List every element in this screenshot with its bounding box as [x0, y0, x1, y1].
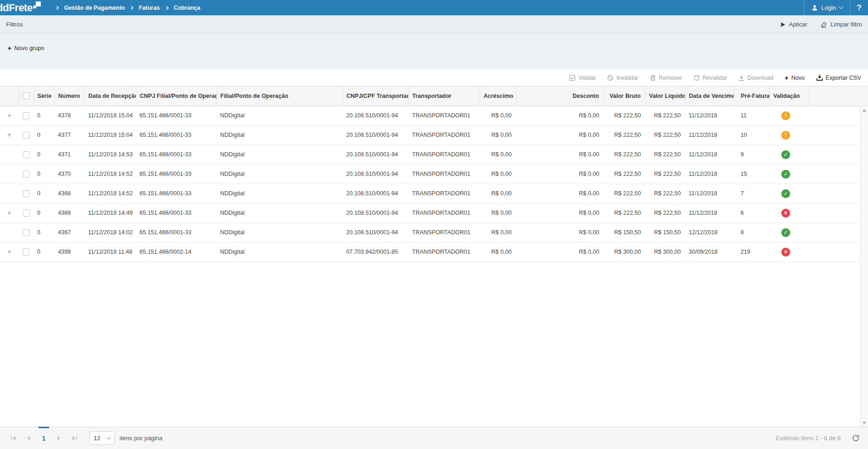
invoices-grid: Série Número Data de Recepção↓ CNPJ Fili… — [0, 86, 868, 427]
row-checkbox[interactable] — [23, 190, 30, 197]
page-size-select[interactable]: 12 — [89, 431, 114, 445]
scroll-up-icon[interactable] — [862, 109, 866, 112]
expand-row-button[interactable]: + — [7, 132, 11, 138]
cell-transportador: TRANSPORTADOR01 — [408, 125, 480, 145]
invalidate-button[interactable]: Invalidar — [607, 75, 638, 81]
cell-valor-bruto: R$ 222,50 — [603, 184, 645, 203]
cell-cnpj-filial: 65.151.466/0001-33 — [136, 106, 216, 125]
expand-row-button[interactable]: + — [7, 210, 11, 216]
next-page-icon — [57, 436, 61, 441]
cell-valor-liquido: R$ 222,50 — [645, 145, 685, 164]
export-csv-button[interactable]: Exportar CSV — [816, 74, 861, 81]
breadcrumb-item-cobranca[interactable]: Cobrança — [174, 5, 201, 11]
cell-valor-bruto: R$ 300,00 — [603, 242, 645, 262]
header-filial[interactable]: Filial/Ponto de Operação — [216, 86, 342, 106]
row-checkbox[interactable] — [23, 210, 30, 217]
remove-button[interactable]: Remover — [650, 75, 683, 81]
breadcrumb-item-faturas[interactable]: Faturas — [139, 5, 159, 11]
header-data-recepcao[interactable]: Data de Recepção↓ — [84, 86, 136, 106]
row-checkbox[interactable] — [23, 132, 30, 139]
header-pre-fatura[interactable]: Pré-Fatura — [734, 86, 769, 106]
login-menu[interactable]: Login — [804, 0, 850, 15]
refresh-grid-button[interactable] — [852, 434, 860, 442]
cell-valor-bruto: R$ 222,50 — [603, 203, 645, 223]
cell-valor-bruto: R$ 222,50 — [603, 164, 645, 184]
cell-validacao: ✓ — [769, 223, 809, 242]
cell-transportador: TRANSPORTADOR01 — [408, 203, 480, 223]
cell-transportador: TRANSPORTADOR01 — [408, 164, 480, 184]
cell-acrescimo: R$ 0,00 — [480, 242, 516, 262]
header-cnpj-filial[interactable]: CNPJ Filial/Ponto de Operação — [136, 86, 216, 106]
select-all-checkbox[interactable] — [23, 92, 30, 99]
cell-desconto: R$ 0,00 — [516, 145, 603, 164]
validation-status-icon[interactable]: ✓ — [781, 150, 790, 159]
clear-filter-button[interactable]: Limpar filtro — [820, 21, 862, 28]
row-checkbox[interactable] — [23, 171, 30, 178]
cell-pre-fatura: 7 — [734, 184, 769, 203]
next-page-button[interactable] — [51, 427, 67, 449]
cell-filial: NDDigital — [216, 242, 342, 262]
last-page-button[interactable] — [67, 427, 82, 449]
app-logo[interactable]: ddFrete — [0, 1, 41, 15]
cell-numero: 4378 — [54, 106, 84, 125]
header-validacao[interactable]: Validação — [769, 86, 809, 106]
items-per-page-label: itens por página — [120, 435, 163, 442]
checkbox-cell — [19, 164, 33, 184]
cell-serie: 0 — [33, 164, 54, 184]
help-button[interactable]: ? — [850, 0, 868, 15]
row-checkbox[interactable] — [23, 151, 30, 158]
validation-status-icon[interactable]: ✓ — [781, 228, 790, 237]
table-row: + 0 4378 11/12/2018 15:04 65.151.466/000… — [0, 106, 860, 125]
plus-icon: + — [785, 75, 789, 81]
cell-transportador: TRANSPORTADOR01 — [408, 223, 480, 242]
download-button[interactable]: Download — [738, 75, 773, 81]
download-label: Download — [748, 75, 773, 81]
row-checkbox[interactable] — [23, 229, 30, 236]
header-numero[interactable]: Número — [54, 86, 84, 106]
vertical-scrollbar[interactable] — [860, 107, 868, 427]
header-transportador[interactable]: Transportador — [408, 86, 480, 106]
revalidate-button[interactable]: Revalidar — [693, 75, 727, 81]
cell-filler — [809, 164, 860, 184]
scroll-down-icon[interactable] — [862, 422, 866, 424]
table-row: 0 4371 11/12/2018 14:53 65.151.466/0001-… — [0, 145, 860, 164]
header-serie[interactable]: Série — [33, 86, 54, 106]
validation-status-icon[interactable]: ! — [781, 131, 790, 140]
cell-serie: 0 — [33, 223, 54, 242]
checkbox-cell — [19, 125, 33, 145]
validation-status-icon[interactable]: × — [781, 209, 790, 218]
validation-status-icon[interactable]: ! — [781, 111, 790, 120]
header-data-vencimento[interactable]: Data de Vencimento — [685, 86, 734, 106]
validation-status-icon[interactable]: ✓ — [781, 189, 790, 198]
expand-cell: + — [0, 106, 19, 125]
first-page-button[interactable] — [6, 427, 21, 449]
apply-filter-label: Aplicar — [789, 21, 807, 28]
breadcrumb-item-gestao[interactable]: Gestão de Pagamento — [64, 5, 125, 11]
header-valor-bruto[interactable]: Valor Bruto — [603, 86, 645, 106]
breadcrumb-chevron-icon — [130, 6, 133, 9]
header-cnpj-cpf-transportador[interactable]: CNPJ/CPF Transportador — [342, 86, 408, 106]
page-number-current[interactable]: 1 — [36, 427, 51, 449]
cell-transportador: TRANSPORTADOR01 — [408, 242, 480, 262]
validate-button[interactable]: Validar — [569, 75, 596, 81]
refresh-icon — [852, 434, 860, 442]
header-desconto[interactable]: Desconto — [516, 86, 603, 106]
header-acrescimo[interactable]: Acréscimo — [480, 86, 516, 106]
logo-text: ddFrete — [0, 1, 32, 15]
row-checkbox[interactable] — [23, 249, 30, 256]
row-checkbox[interactable] — [23, 112, 30, 119]
new-button[interactable]: + Novo — [785, 75, 805, 81]
cell-numero: 4370 — [54, 164, 84, 184]
validation-status-icon[interactable]: × — [781, 248, 790, 257]
expand-row-button[interactable]: + — [7, 112, 11, 119]
new-group-button[interactable]: + Novo grupo — [7, 45, 44, 51]
validation-status-icon[interactable]: ✓ — [781, 170, 790, 179]
previous-page-button[interactable] — [21, 427, 36, 449]
header-valor-liquido[interactable]: Valor Líquido — [645, 86, 685, 106]
expand-row-button[interactable]: + — [7, 249, 11, 255]
cell-data-recepcao: 11/12/2018 15:04 — [84, 106, 136, 125]
cell-data-recepcao: 11/12/2018 14:52 — [84, 184, 136, 203]
cell-validacao: ✓ — [769, 184, 809, 203]
cell-serie: 0 — [33, 145, 54, 164]
apply-filter-button[interactable]: Aplicar — [780, 21, 807, 28]
